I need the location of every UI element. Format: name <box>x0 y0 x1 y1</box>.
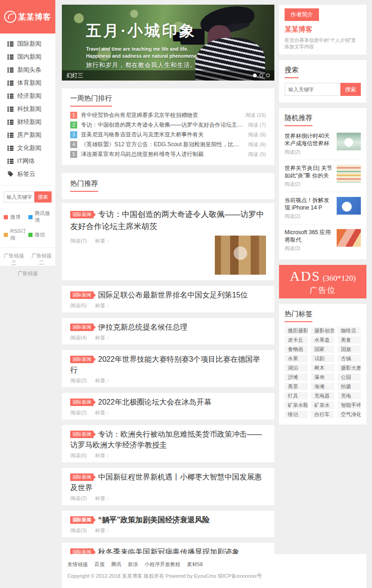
rank-row[interactable]: 1 肯中经贸协会向肯尼亚姆赛多北京学校捐赠物资 阅读 (15) <box>70 110 266 120</box>
tag-item[interactable]: 充电器 <box>311 392 334 399</box>
nav-item-tech-news[interactable]: 科技新闻 <box>0 102 55 115</box>
aside-search-input[interactable] <box>285 83 340 96</box>
social-weibo[interactable]: 微博 <box>4 210 27 224</box>
random-item-title[interactable]: Microsoft 365 应用将取代 <box>285 229 333 243</box>
tag-item[interactable]: 话剧 <box>311 355 334 362</box>
footer-link[interactable]: 百度 <box>94 561 105 568</box>
ad-link-2[interactable]: 广告链接二 <box>31 252 53 266</box>
footer-link[interactable]: 腾讯 <box>111 561 121 568</box>
nav-item-domestic-news[interactable]: 国内新闻 <box>0 50 55 63</box>
category-badge[interactable]: 国际新闻 <box>70 399 93 406</box>
category-badge[interactable]: 国际新闻 <box>70 431 93 438</box>
article-title[interactable]: 专访：欧洲央行被动加息难抵美货币政策冲击——访罗马欧洲大学经济学教授圭 <box>70 430 262 449</box>
random-item-thumbnail[interactable] <box>337 133 361 150</box>
tag-item[interactable]: 情侣 <box>285 411 308 418</box>
tag-item[interactable]: 矿泉水瓶 <box>285 401 308 409</box>
tag-item[interactable]: 空气净化 <box>338 411 361 418</box>
social-rss[interactable]: RSS订阅 <box>4 228 27 242</box>
tag-item[interactable]: 美食 <box>338 336 361 344</box>
article-thumbnail[interactable] <box>215 236 266 275</box>
rank-row[interactable]: 3 亚美尼亚与格鲁吉亚否认与克里米亚大桥事件有关 阅读 (6) <box>70 130 266 140</box>
author-name[interactable]: 某某博客 <box>285 25 361 34</box>
nav-item-sports-news[interactable]: 体育新闻 <box>0 76 55 89</box>
category-badge[interactable]: 国际新闻 <box>70 291 93 299</box>
tag-item[interactable]: 自行车 <box>311 411 334 418</box>
article-title[interactable]: 2022年世界技能大赛特别赛3个项目比赛在德国举行 <box>70 355 260 374</box>
site-logo[interactable]: 某某博客 <box>0 0 55 34</box>
tag-item[interactable]: 智能手环 <box>338 401 361 409</box>
tag-item[interactable]: 瀑布 <box>311 373 334 381</box>
random-item[interactable]: 世界关节炎日| 关节如此“炎”重 你的关 阅读(2) <box>285 160 361 192</box>
footer-link[interactable]: 素材58 <box>187 561 203 568</box>
random-item[interactable]: 世界杯倒计时40天 米卢成海信世界杯足球 阅读(2) <box>285 128 361 160</box>
article-title[interactable]: 伊拉克新总统提名候任总理 <box>98 323 187 331</box>
category-badge[interactable]: 国际新闻 <box>70 356 93 363</box>
tag-item[interactable]: 湖泊 <box>285 364 308 372</box>
tag-item[interactable]: 沙滩 <box>285 373 308 381</box>
nav-item-headlines[interactable]: 新闻头条 <box>0 63 55 76</box>
rank-row[interactable]: 5 泽连斯基宣布对乌前总统亚努科维奇等人进行制裁 阅读 (5) <box>70 149 266 159</box>
tag-item[interactable]: 古镇 <box>338 355 361 362</box>
tag-item[interactable]: 海滩 <box>311 383 334 390</box>
article-item[interactable]: 国际新闻专访：欧洲央行被动加息难抵美货币政策冲击——访罗马欧洲大学经济学教授圭 … <box>62 425 274 462</box>
slider-dot-3[interactable] <box>266 74 270 77</box>
nav-item-international-news[interactable]: 国际新闻 <box>0 37 55 50</box>
author-intro-badge[interactable]: 作者简介 <box>285 8 319 21</box>
article-title[interactable]: 专访：中国创造的两大奇迹令人敬佩——访罗中友好合作论坛主席米胡茨 <box>70 210 264 231</box>
random-item[interactable]: Microsoft 365 应用将取代 阅读(3) <box>285 224 361 253</box>
tag-item[interactable]: 国家 <box>311 345 334 353</box>
article-title[interactable]: 国际足联公布最新世界排名中国女足列第15位 <box>98 291 248 299</box>
nav-item-it-network[interactable]: IT网络 <box>0 155 55 168</box>
tag-item[interactable]: 摄影大赛 <box>338 364 361 372</box>
article-item[interactable]: 国际新闻中国新征程世界新机遇丨小椰枣大智慧中国发展惠及世界 阅读(2) 标签： <box>62 468 274 505</box>
footer-link[interactable]: 新浪 <box>128 561 138 568</box>
random-item-thumbnail[interactable] <box>337 229 361 247</box>
hero-slider[interactable]: 五月·小城印象 Travel and time are teaching me … <box>62 5 274 81</box>
random-item-title[interactable]: 世界杯倒计时40天 米卢成海信世界杯足球 <box>285 132 333 147</box>
ad-banner[interactable]: ADS (360*120) 广告位 <box>279 265 366 298</box>
tag-item[interactable]: 拍摄 <box>338 383 361 390</box>
tag-item[interactable]: 美景 <box>285 383 308 390</box>
article-item[interactable]: 国际新闻“躺平”政策加剧美国经济衰退风险 阅读(3) 标签： <box>62 511 274 537</box>
random-item-thumbnail[interactable] <box>337 197 361 215</box>
tag-item[interactable]: 摄影创意 <box>311 327 334 334</box>
sidebar-search-button[interactable]: 搜索 <box>34 191 52 203</box>
category-badge[interactable]: 国际新闻 <box>70 211 93 218</box>
category-badge[interactable]: 国际新闻 <box>70 324 93 331</box>
tag-item[interactable]: 树木 <box>311 364 334 372</box>
tag-item[interactable]: 食物画 <box>285 345 308 353</box>
nav-item-culture-news[interactable]: 文化新闻 <box>0 142 55 155</box>
social-tencent-weibo[interactable]: 腾讯微博 <box>28 210 52 224</box>
aside-search-button[interactable]: 搜索 <box>340 83 361 96</box>
slider-dot-1[interactable] <box>253 74 257 77</box>
ad-link-3[interactable]: 广告链接三 <box>3 252 25 266</box>
article-item-featured[interactable]: 国际新闻专访：中国创造的两大奇迹令人敬佩——访罗中友好合作论坛主席米胡茨 阅读(… <box>62 203 274 280</box>
article-item[interactable]: 国际新闻伊拉克新总统提名候任总理 阅读(4) 标签： <box>62 318 274 345</box>
tag-item[interactable]: 微距摄影 <box>285 327 308 334</box>
article-item[interactable]: 国际新闻2022年世界技能大赛特别赛3个项目比赛在德国举行 阅读(2) 标签： <box>62 350 274 387</box>
nav-item-realestate-news[interactable]: 房产新闻 <box>0 128 55 142</box>
ad-link-1[interactable]: 广告链接 <box>18 270 38 277</box>
tag-item[interactable]: 灯具 <box>285 392 308 399</box>
article-title[interactable]: “躺平”政策加剧美国经济衰退风险 <box>98 516 210 524</box>
nav-item-finance-news[interactable]: 财经新闻 <box>0 115 55 128</box>
sidebar-search-input[interactable] <box>4 191 34 203</box>
tag-item[interactable]: 公园 <box>338 373 361 381</box>
article-title[interactable]: 中国新征程世界新机遇丨小椰枣大智慧中国发展惠及世界 <box>70 473 262 492</box>
tag-item[interactable]: 国旗 <box>338 345 361 353</box>
article-item[interactable]: 国际新闻国际足联公布最新世界排名中国女足列第15位 阅读(5) 标签： <box>62 286 274 312</box>
footer-link[interactable]: 小程序开发教程 <box>145 561 180 568</box>
random-item-title[interactable]: 当前视点！拆解发现 iPhone 14 P <box>285 196 333 211</box>
random-item[interactable]: 当前视点！拆解发现 iPhone 14 P 阅读(2) <box>285 192 361 224</box>
nav-item-economy-news[interactable]: 经济新闻 <box>0 89 55 102</box>
tag-item[interactable]: 皮卡丘 <box>285 336 308 344</box>
random-item-title[interactable]: 世界关节炎日| 关节如此“炎”重 你的关 <box>285 164 333 179</box>
article-item[interactable]: 国际新闻2022年北极圈论坛大会在冰岛开幕 阅读(2) 标签： <box>62 393 274 419</box>
tag-item[interactable]: 水果 <box>285 355 308 362</box>
tag-item[interactable]: 水果盘 <box>311 336 334 344</box>
category-badge[interactable]: 国际新闻 <box>70 473 93 481</box>
nav-item-tag-cloud[interactable]: 标签云 <box>0 168 55 181</box>
rank-row[interactable]: 4 《英雄联盟》S12 官方公告：EDG.Scout 新冠检测呈阳性，比赛顺序可… <box>70 140 266 149</box>
tag-item[interactable]: 矿泉水 <box>311 401 334 409</box>
article-title[interactable]: 2022年北极圈论坛大会在冰岛开幕 <box>98 398 212 406</box>
